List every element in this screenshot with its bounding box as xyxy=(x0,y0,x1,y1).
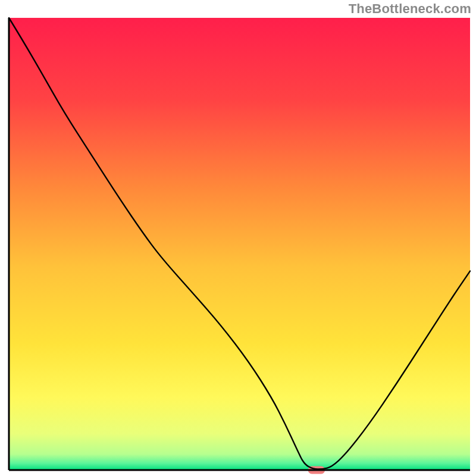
plot-background xyxy=(9,18,470,470)
watermark-text: TheBottleneck.com xyxy=(349,1,471,17)
bottleneck-chart: TheBottleneck.com xyxy=(0,0,476,476)
chart-canvas xyxy=(0,0,476,476)
